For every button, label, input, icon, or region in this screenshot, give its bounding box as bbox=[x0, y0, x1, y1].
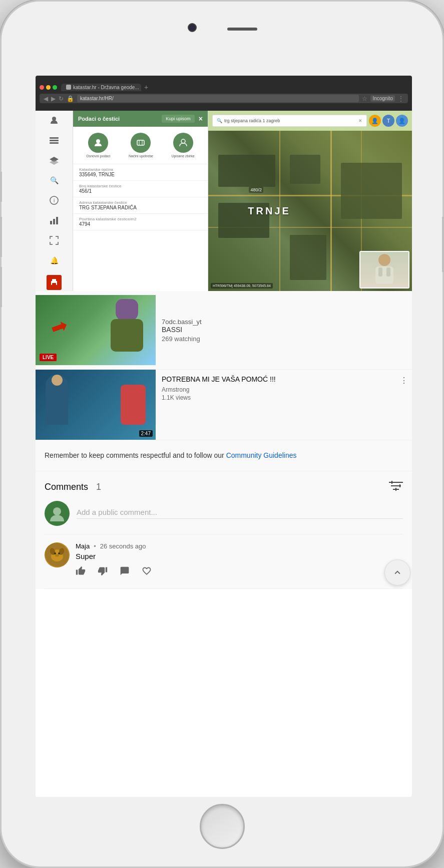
sidebar-print-icon[interactable] bbox=[47, 275, 62, 290]
comment-actions: ⋮ bbox=[76, 565, 403, 576]
youtube-content: ➡ LIVE 7odc.bassi_yt BASSI 269 watching bbox=[36, 291, 412, 589]
comments-title: Comments bbox=[45, 482, 88, 492]
comments-filter-button[interactable] bbox=[389, 480, 403, 494]
sidebar-person-icon[interactable] bbox=[49, 115, 60, 126]
comment-section-divider bbox=[45, 589, 403, 589]
svg-point-22 bbox=[181, 139, 185, 143]
sidebar-chart-icon[interactable] bbox=[49, 215, 60, 226]
live-channel-name[interactable]: BASSI bbox=[162, 326, 406, 334]
home-button[interactable] bbox=[200, 804, 245, 849]
svg-point-37 bbox=[55, 554, 59, 557]
sidebar-search-icon[interactable]: 🔍 bbox=[49, 175, 60, 186]
address-bar[interactable]: ◀ ▶ ↻ 🔒 katastar.hr/HR/ ☆ Incognito ⋮ bbox=[40, 94, 408, 103]
like-button[interactable] bbox=[76, 566, 86, 576]
phone-screen: katastar.hr - Državna geode... + ◀ ▶ ↻ 🔒… bbox=[36, 76, 412, 797]
close-window-dot[interactable] bbox=[40, 85, 44, 90]
new-tab-button[interactable]: + bbox=[144, 83, 148, 91]
video-item-2: 2:47 POTREBNA MI JE VAŠA POMOĆ !!! Armst… bbox=[36, 370, 412, 440]
svg-rect-1 bbox=[375, 266, 393, 284]
gis-action-button[interactable]: Kupi upisom bbox=[162, 115, 195, 123]
written-collections-btn[interactable]: Upisane zbirke bbox=[171, 133, 194, 158]
svg-rect-5 bbox=[50, 137, 59, 139]
community-guidelines-link[interactable]: Community Guidelines bbox=[226, 451, 297, 459]
fortnite-character-body bbox=[111, 319, 143, 352]
dislike-button[interactable] bbox=[98, 566, 108, 576]
svg-rect-19 bbox=[137, 140, 144, 145]
video-title-2[interactable]: POTREBNA MI JE VAŠA POMOĆ !!! bbox=[162, 375, 406, 384]
gis-data-field-3: Adresa katastarske čestice TRG STJEPANA … bbox=[73, 197, 208, 214]
scroll-to-top-button[interactable] bbox=[384, 559, 410, 586]
sidebar-notification-icon[interactable]: 🔔 bbox=[49, 255, 60, 266]
front-camera bbox=[188, 23, 197, 32]
comment-input[interactable]: Add a public comment... bbox=[77, 508, 403, 519]
live-video-thumbnail[interactable]: ➡ LIVE bbox=[36, 295, 156, 365]
forward-button[interactable]: ▶ bbox=[51, 95, 56, 102]
maximize-window-dot[interactable] bbox=[53, 85, 57, 90]
reply-button[interactable] bbox=[120, 566, 130, 576]
gis-panel-header: Podaci o čestici Kupi upisom × bbox=[73, 111, 208, 127]
sidebar-expand-icon[interactable] bbox=[49, 235, 60, 246]
earpiece-speaker bbox=[227, 28, 257, 31]
svg-rect-14 bbox=[56, 217, 58, 224]
user-icon-1[interactable]: 👤 bbox=[369, 115, 381, 127]
basic-data-btn[interactable]: Osnovni podaci bbox=[86, 133, 110, 158]
reply-icon bbox=[120, 566, 130, 576]
user-icon-3[interactable]: 👤 bbox=[396, 115, 408, 127]
current-user-avatar bbox=[45, 501, 70, 526]
sidebar-info-icon[interactable]: i bbox=[49, 195, 60, 206]
back-button[interactable]: ◀ bbox=[44, 95, 48, 102]
svg-rect-16 bbox=[52, 279, 56, 281]
window-controls bbox=[40, 85, 57, 90]
svg-point-29 bbox=[53, 507, 61, 515]
video-thumbnail-2[interactable]: 2:47 bbox=[36, 370, 156, 440]
bookmark-icon[interactable]: ☆ bbox=[362, 95, 367, 102]
comments-notice: Remember to keep comments respectful and… bbox=[36, 440, 412, 471]
usage-mode-btn[interactable]: Načini upotrebe bbox=[129, 133, 153, 158]
heart-icon bbox=[142, 566, 152, 576]
power-button bbox=[442, 217, 444, 272]
sidebar-stack-icon[interactable] bbox=[49, 155, 60, 166]
user-avatar-svg bbox=[48, 504, 66, 522]
gis-panel-title: Podaci o čestici bbox=[78, 116, 120, 122]
volume-up-button bbox=[0, 172, 2, 202]
comment-username[interactable]: Maja bbox=[76, 542, 90, 550]
refresh-button[interactable]: ↻ bbox=[59, 95, 64, 102]
url-field[interactable]: katastar.hr/HR/ bbox=[77, 95, 359, 102]
svg-rect-13 bbox=[53, 219, 55, 224]
menu-icon[interactable]: ⋮ bbox=[398, 95, 404, 102]
comment-timestamp: 26 seconds ago bbox=[100, 542, 146, 550]
gis-panel-close[interactable]: × bbox=[199, 115, 203, 123]
incognito-label: Incognito bbox=[370, 95, 395, 102]
svg-marker-9 bbox=[50, 160, 59, 165]
person-silhouette-svg bbox=[369, 252, 399, 287]
silent-switch bbox=[0, 267, 2, 307]
clear-search-icon[interactable]: ✕ bbox=[358, 118, 362, 123]
gis-search-input[interactable]: 🔍 trg stjepana radića 1 zagreb ✕ bbox=[212, 115, 367, 127]
svg-rect-2 bbox=[378, 267, 382, 276]
gis-sidebar: 🔍 i 🔔 bbox=[36, 111, 73, 291]
comment-header-row: Maja • 26 seconds ago bbox=[76, 542, 403, 550]
svg-text:i: i bbox=[54, 198, 55, 203]
live-watching-count: 269 watching bbox=[162, 335, 406, 343]
video-duration-2: 2:47 bbox=[139, 430, 153, 437]
heart-button[interactable] bbox=[142, 566, 152, 576]
map-view[interactable]: TRNJE 480/2 HTR596/TM| 459438.09, 507354… bbox=[208, 111, 412, 291]
gis-search-bar: 🔍 trg stjepana radića 1 zagreb ✕ 👤 T 👤 bbox=[212, 115, 408, 127]
browser-tab[interactable]: katastar.hr - Državna geode... bbox=[61, 84, 141, 91]
add-comment-row: Add a public comment... bbox=[45, 501, 403, 534]
video-channel-2[interactable]: Armstrong bbox=[162, 386, 406, 393]
live-channel-partial: 7odc.bassi_yt bbox=[162, 318, 406, 326]
fortnite-character-head bbox=[116, 299, 138, 322]
user-icon-2[interactable]: T bbox=[382, 115, 394, 127]
minimize-window-dot[interactable] bbox=[46, 85, 51, 90]
comment-body-1: Maja • 26 seconds ago Super bbox=[76, 542, 403, 576]
sidebar-layers-icon[interactable] bbox=[49, 135, 60, 146]
gis-data-field-4: Površina katastarske čestice/m2 4794 bbox=[73, 214, 208, 230]
map-coordinates: HTR596/TM| 459438.09, 5073545.84 bbox=[211, 283, 273, 288]
tab-favicon bbox=[66, 85, 71, 90]
parcel-number: 480/2 bbox=[249, 187, 263, 193]
svg-rect-6 bbox=[50, 140, 59, 141]
svg-rect-7 bbox=[50, 142, 59, 144]
video-more-button-2[interactable]: ⋮ bbox=[398, 374, 410, 387]
gis-icon-row: Osnovni podaci Načini upotrebe Upisane z… bbox=[73, 127, 208, 164]
